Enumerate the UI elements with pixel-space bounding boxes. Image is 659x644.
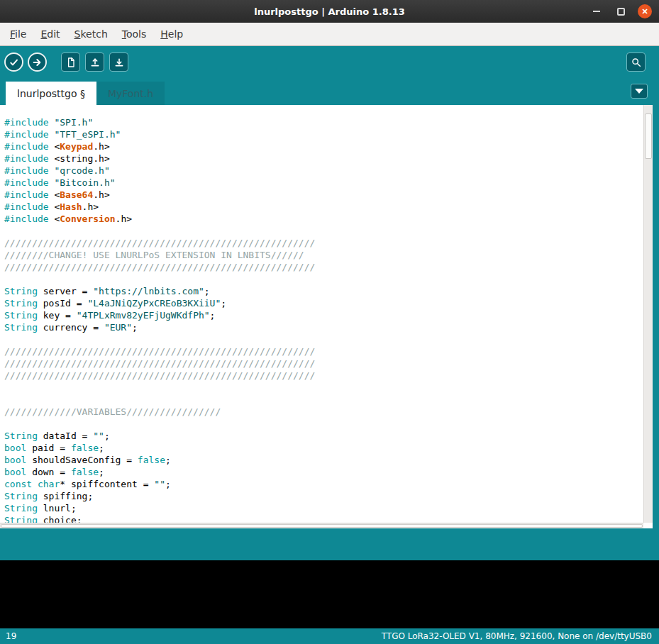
close-button[interactable]: ✕ bbox=[638, 4, 652, 18]
menu-help-label: Help bbox=[160, 28, 183, 40]
board-port-info: TTGO LoRa32-OLED V1, 80MHz, 921600, None… bbox=[382, 631, 652, 641]
console-output[interactable] bbox=[0, 560, 659, 628]
code-line bbox=[4, 394, 653, 406]
vertical-scrollbar-thumb[interactable] bbox=[645, 113, 652, 159]
code-line: #include "SPI.h" bbox=[4, 116, 653, 128]
titlebar[interactable]: lnurlposttgo | Arduino 1.8.13 ✕ bbox=[0, 0, 659, 23]
code-line bbox=[4, 225, 653, 237]
window-title: lnurlposttgo | Arduino 1.8.13 bbox=[0, 6, 659, 17]
close-icon: ✕ bbox=[641, 7, 648, 16]
code-line: bool shouldSaveConfig = false; bbox=[4, 454, 653, 466]
code-line: ////////////////////////////////////////… bbox=[4, 261, 653, 273]
message-strip bbox=[0, 528, 659, 560]
code-line: ////////////////////////////////////////… bbox=[4, 357, 653, 370]
code-line: #include <Keypad.h> bbox=[4, 140, 653, 152]
code-line: ////////////////////////////////////////… bbox=[4, 370, 653, 382]
code-line: #include <Conversion.h> bbox=[4, 213, 653, 225]
arrow-right-icon bbox=[32, 57, 43, 68]
check-icon bbox=[9, 57, 20, 68]
toolbar bbox=[0, 46, 659, 78]
tab-menu-button[interactable] bbox=[631, 84, 648, 99]
code-line: String currency = "EUR"; bbox=[4, 321, 653, 333]
menu-sketch[interactable]: Sketch bbox=[67, 23, 115, 45]
code-lines: #include "SPI.h"#include "TFT_eSPI.h"#in… bbox=[0, 105, 653, 526]
code-editor[interactable]: #include "SPI.h"#include "TFT_eSPI.h"#in… bbox=[0, 105, 653, 528]
code-line: String server = "https://lnbits.com"; bbox=[4, 285, 653, 297]
tab-label: MyFont.h bbox=[108, 88, 153, 99]
tabbar: lnurlposttgo § MyFont.h bbox=[0, 78, 659, 105]
code-line: #include "qrcode.h" bbox=[4, 165, 653, 177]
arrow-down-icon bbox=[113, 57, 125, 68]
code-line: String key = "4TPLxRmv82yEFjUgWKdfPh"; bbox=[4, 309, 653, 321]
code-line bbox=[4, 418, 653, 430]
upload-button[interactable] bbox=[28, 52, 47, 72]
menu-sketch-label: Sketch bbox=[74, 28, 108, 40]
code-line: #include <string.h> bbox=[4, 152, 653, 165]
code-line: String spiffing; bbox=[4, 490, 653, 502]
code-line bbox=[4, 382, 653, 394]
code-line: ////////////////////////////////////////… bbox=[4, 345, 653, 357]
minimize-button[interactable] bbox=[589, 4, 604, 18]
open-button[interactable] bbox=[85, 52, 104, 72]
code-line: const char* spiffcontent = ""; bbox=[4, 478, 653, 490]
menu-edit-label: Edit bbox=[40, 28, 60, 40]
code-line: /////////////VARIABLES///////////////// bbox=[4, 406, 653, 418]
editor-area: #include "SPI.h"#include "TFT_eSPI.h"#in… bbox=[0, 105, 659, 528]
menu-help[interactable]: Help bbox=[153, 23, 190, 45]
arrow-up-icon bbox=[89, 57, 101, 68]
maximize-icon bbox=[617, 8, 625, 16]
code-line: #include <Hash.h> bbox=[4, 201, 653, 213]
new-sketch-button[interactable] bbox=[61, 52, 80, 72]
code-line: bool down = false; bbox=[4, 466, 653, 478]
minimize-icon bbox=[593, 11, 600, 12]
window-controls: ✕ bbox=[589, 4, 659, 18]
menubar: File Edit Sketch Tools Help bbox=[0, 23, 659, 46]
menu-file-label: File bbox=[10, 28, 26, 40]
verify-button[interactable] bbox=[4, 52, 23, 72]
arduino-window: lnurlposttgo | Arduino 1.8.13 ✕ File Edi… bbox=[0, 0, 659, 644]
horizontal-scrollbar-thumb[interactable] bbox=[1, 524, 643, 528]
serial-monitor-button[interactable] bbox=[626, 52, 646, 72]
menu-edit[interactable]: Edit bbox=[33, 23, 67, 45]
horizontal-scrollbar[interactable] bbox=[0, 523, 643, 528]
save-button[interactable] bbox=[109, 52, 128, 72]
code-line: ////////////////////////////////////////… bbox=[4, 237, 653, 249]
code-line: #include <Base64.h> bbox=[4, 189, 653, 201]
code-line: ////////CHANGE! USE LNURLPoS EXTENSION I… bbox=[4, 249, 653, 261]
code-line bbox=[4, 333, 653, 345]
code-line: String lnurl; bbox=[4, 502, 653, 514]
chevron-down-icon bbox=[635, 89, 643, 94]
vertical-scrollbar[interactable] bbox=[643, 105, 653, 523]
tab-label: lnurlposttgo § bbox=[17, 88, 85, 99]
magnifier-icon bbox=[631, 57, 642, 68]
maximize-button[interactable] bbox=[614, 4, 628, 18]
menu-file[interactable]: File bbox=[3, 23, 33, 45]
code-line: bool paid = false; bbox=[4, 442, 653, 454]
document-icon bbox=[65, 57, 77, 68]
code-line: #include "Bitcoin.h" bbox=[4, 177, 653, 189]
menu-tools-label: Tools bbox=[122, 28, 147, 40]
code-line bbox=[4, 273, 653, 285]
code-line: #include "TFT_eSPI.h" bbox=[4, 128, 653, 140]
code-line: String posId = "L4aJNiQZyPxCREoB3KXiiU"; bbox=[4, 297, 653, 309]
cursor-line-number: 19 bbox=[6, 631, 16, 641]
tab-myfont[interactable]: MyFont.h bbox=[96, 82, 165, 105]
code-line: String dataId = ""; bbox=[4, 430, 653, 442]
statusbar: 19 TTGO LoRa32-OLED V1, 80MHz, 921600, N… bbox=[0, 628, 659, 644]
menu-tools[interactable]: Tools bbox=[115, 23, 154, 45]
tab-lnurlposttgo[interactable]: lnurlposttgo § bbox=[6, 82, 96, 105]
